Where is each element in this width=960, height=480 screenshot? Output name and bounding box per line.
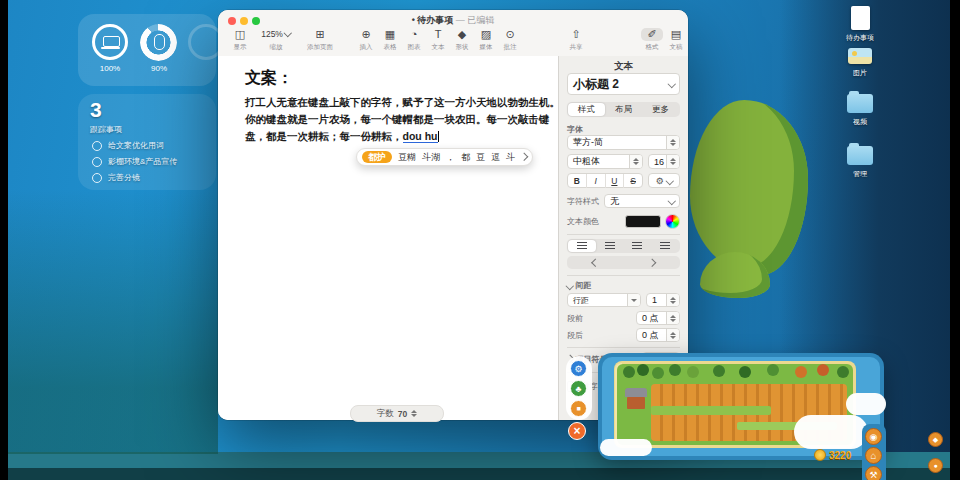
ime-selected-candidate[interactable]: 都护 xyxy=(362,151,392,163)
doc-heading: 文案： xyxy=(245,68,293,89)
game-home-button[interactable]: ⌂ xyxy=(865,447,882,464)
game-bag-button[interactable]: ◉ xyxy=(865,428,882,445)
space-after-stepper[interactable] xyxy=(666,329,679,341)
strikethrough-button[interactable]: S xyxy=(623,174,642,188)
cloud xyxy=(794,415,868,449)
desktop-icon-pictures[interactable]: 图片 xyxy=(842,48,878,78)
font-size-stepper[interactable] xyxy=(666,155,679,168)
bold-button[interactable]: B xyxy=(568,174,586,188)
line-spacing-type-field[interactable]: 行距 xyxy=(567,293,641,307)
text-color-swatch[interactable] xyxy=(625,215,661,228)
tree xyxy=(637,364,649,376)
word-count-pill[interactable]: 字数 70 xyxy=(350,405,444,422)
tab-more[interactable]: 更多 xyxy=(642,103,679,116)
document-settings-button[interactable]: ▤ 文稿 xyxy=(662,28,690,52)
reminder-checkbox[interactable] xyxy=(92,141,102,151)
comment-button[interactable]: ⊙ 批注 xyxy=(496,28,524,52)
tools-icon: ⚒ xyxy=(869,470,877,480)
desktop-icon-manage[interactable]: 管理 xyxy=(842,146,878,179)
space-before-field[interactable]: 0 点 xyxy=(636,311,680,325)
reminders-title: 跟踪事项 xyxy=(90,124,122,135)
game-settings-button[interactable]: ⚙ xyxy=(570,360,587,377)
bag-icon: ◉ xyxy=(870,432,878,442)
game-forest-button[interactable]: ♣ xyxy=(570,380,587,397)
ime-candidate[interactable]: 逗 xyxy=(491,151,500,164)
line-spacing-value-field[interactable]: 1 xyxy=(646,293,680,307)
outdent-button[interactable] xyxy=(568,257,624,268)
desktop-bottom-dark xyxy=(8,468,950,480)
advanced-text-options-button[interactable]: ⚙ xyxy=(648,173,680,188)
desktop-icon-label: 图片 xyxy=(842,68,878,78)
ime-candidate[interactable]: 斗湖 xyxy=(422,151,440,164)
reminder-item[interactable]: 完善分镜 xyxy=(92,172,140,183)
line-spacing-stepper[interactable] xyxy=(666,294,679,306)
desktop-hill-large xyxy=(690,100,808,275)
desktop-icon-todo[interactable]: 待办事项 xyxy=(842,6,878,43)
ime-candidate[interactable]: 斗 xyxy=(506,151,515,164)
battery-widget[interactable]: 100% 90% xyxy=(78,14,216,86)
gift-icon: ◆ xyxy=(933,436,938,444)
doc-line: 盘，都是一次耕耘；每一份耕耘，dou hu xyxy=(245,128,560,145)
reminder-item[interactable]: 影棚环境&产品宣传 xyxy=(92,156,177,167)
add-page-button[interactable]: ⊞ 添加页面 xyxy=(302,28,338,52)
reminder-item[interactable]: 给文案优化用词 xyxy=(92,140,164,151)
style-tabs: 样式 布局 更多 xyxy=(567,102,680,117)
basket-icon: ■ xyxy=(576,405,580,412)
tree xyxy=(652,367,664,379)
italic-button[interactable]: I xyxy=(586,174,605,188)
zoom-menu-button[interactable]: 125% 缩放 xyxy=(256,28,296,52)
ime-candidate[interactable]: 豆糊 xyxy=(398,151,416,164)
toolbar-label: 批注 xyxy=(496,43,524,52)
toolbar-label: 显示 xyxy=(226,43,254,52)
paragraph-style-dropdown[interactable]: 小标题 2 xyxy=(567,73,680,95)
tab-style[interactable]: 样式 xyxy=(568,103,605,116)
sidebar-header: 文本 xyxy=(559,60,688,73)
reminders-widget[interactable]: 3 跟踪事项 给文案优化用词 影棚环境&产品宣传 完善分镜 xyxy=(78,94,216,190)
reminder-checkbox[interactable] xyxy=(92,157,102,167)
align-center-button[interactable] xyxy=(596,240,624,252)
reminder-checkbox[interactable] xyxy=(92,173,102,183)
align-right-button[interactable] xyxy=(624,240,652,252)
game-gift-button[interactable]: ◆ xyxy=(928,432,943,447)
char-style-dropdown[interactable]: 无 xyxy=(604,194,680,208)
ime-candidate[interactable]: 都 xyxy=(461,151,470,164)
ime-candidate[interactable]: 豆 xyxy=(476,151,485,164)
line-spacing-value: 1 xyxy=(652,295,657,305)
desktop-icon-videos[interactable]: 视频 xyxy=(842,94,878,127)
space-before-stepper[interactable] xyxy=(666,312,679,324)
ime-candidate-bar[interactable]: 都护 豆糊 斗湖 ， 都 豆 逗 斗 xyxy=(356,148,533,166)
typeface-stepper[interactable] xyxy=(629,155,642,168)
show-sidebar-button[interactable]: ◫ 显示 xyxy=(226,28,254,52)
font-family-field[interactable]: 苹方-简 xyxy=(567,135,680,150)
window-title: • 待办事项 — 已编辑 xyxy=(218,14,688,27)
farm-game-panel[interactable]: 3220 xyxy=(598,353,884,460)
align-justify-button[interactable] xyxy=(651,240,679,252)
typeface-value: 中粗体 xyxy=(573,155,600,168)
game-close-button[interactable]: × xyxy=(568,422,586,440)
font-size-field[interactable]: 16 xyxy=(648,154,680,169)
game-shop-button[interactable]: ● xyxy=(928,458,943,473)
ime-more-icon[interactable] xyxy=(520,153,528,161)
align-left-button[interactable] xyxy=(568,240,596,252)
indent-button[interactable] xyxy=(624,257,680,268)
gear-icon: ⚙ xyxy=(574,364,582,374)
document-canvas[interactable]: 文案： 打工人无意在键盘上敲下的字符，赋予了这一方小天地以勃勃生机。 你的键盘就… xyxy=(218,56,559,420)
font-family-stepper[interactable] xyxy=(666,136,679,149)
space-after-field[interactable]: 0 点 xyxy=(636,328,680,342)
ime-candidate[interactable]: ， xyxy=(446,151,455,164)
underline-button[interactable]: U xyxy=(605,174,624,188)
indent-buttons xyxy=(567,256,680,269)
tree xyxy=(837,366,849,378)
color-wheel-button[interactable] xyxy=(665,214,680,229)
game-tools-button[interactable]: ⚒ xyxy=(865,466,882,480)
game-basket-button[interactable]: ■ xyxy=(570,400,587,417)
space-after-value: 0 点 xyxy=(642,329,659,342)
typeface-field[interactable]: 中粗体 xyxy=(567,154,643,169)
line-spacing-type-stepper[interactable] xyxy=(627,294,640,306)
share-button[interactable]: ⇧ 共享 xyxy=(562,28,590,52)
photo-icon xyxy=(848,48,872,64)
coin-count: 3220 xyxy=(829,450,851,461)
tab-layout[interactable]: 布局 xyxy=(605,103,642,116)
toolbar-label: 文稿 xyxy=(662,43,690,52)
spacing-disclosure-icon[interactable] xyxy=(566,282,574,290)
